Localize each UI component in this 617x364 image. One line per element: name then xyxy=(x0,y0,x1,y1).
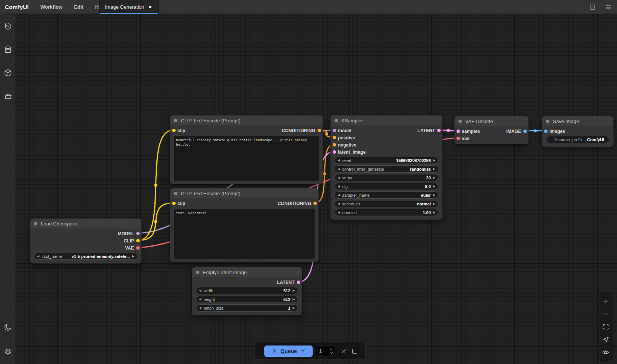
decrement-arrow-icon[interactable]: ◀ xyxy=(37,255,39,258)
widget-denoise[interactable]: ◀denoise1.00▶ xyxy=(335,209,438,216)
input-port-positive[interactable] xyxy=(333,136,336,139)
bottom-panel-toggle-icon[interactable] xyxy=(589,4,596,11)
node-clip-text-encode-2[interactable]: CLIP Text Encode (Prompt)clipCONDITIONIN… xyxy=(170,188,319,262)
widget-filename_prefix[interactable]: filename_prefixComfyUI xyxy=(546,136,609,143)
toggle-link-visibility-icon[interactable] xyxy=(600,347,611,358)
menu-workflow[interactable]: Workflow xyxy=(40,4,62,10)
increment-arrow-icon[interactable]: ▶ xyxy=(293,289,295,292)
widget-scheduler[interactable]: ◀schedulernormal▶ xyxy=(335,200,438,207)
app-logo[interactable]: ComfyUI xyxy=(5,4,29,10)
collapse-dot[interactable] xyxy=(174,192,177,195)
input-port-model[interactable] xyxy=(333,129,336,132)
output-port-LATENT[interactable] xyxy=(297,281,300,284)
input-port-vae[interactable] xyxy=(457,137,460,140)
node-header[interactable]: VAE Decode xyxy=(455,116,528,126)
drag-handle[interactable]: ⋮ xyxy=(258,348,263,355)
collapse-dot[interactable] xyxy=(174,119,177,122)
increment-arrow-icon[interactable]: ▶ xyxy=(433,194,435,197)
increment-arrow-icon[interactable]: ▶ xyxy=(433,185,435,188)
increment-arrow-icon[interactable]: ▶ xyxy=(293,298,295,301)
prompt-textarea[interactable]: text, watermark xyxy=(174,209,315,259)
batch-count-stepper[interactable]: 1 xyxy=(314,345,335,357)
increment-arrow-icon[interactable]: ▶ xyxy=(433,159,435,162)
decrement-arrow-icon[interactable]: ◀ xyxy=(338,185,340,188)
node-header[interactable]: CLIP Text Encode (Prompt) xyxy=(170,188,318,198)
zoom-out-icon[interactable] xyxy=(600,308,611,319)
widget-ckpt_name[interactable]: ◀ckpt_namev1-5-pruned-emaonly.safete...▶ xyxy=(34,253,137,260)
output-port-MODEL[interactable] xyxy=(136,232,140,235)
increment-arrow-icon[interactable]: ▶ xyxy=(293,307,295,310)
increment-arrow-icon[interactable]: ▶ xyxy=(132,255,134,258)
decrement-arrow-icon[interactable]: ◀ xyxy=(199,298,201,301)
widget-value: 20 xyxy=(426,176,431,180)
settings-gear-icon[interactable]: ⚙ xyxy=(0,344,16,359)
decrement-arrow-icon[interactable]: ◀ xyxy=(338,176,340,179)
stepper-arrows[interactable] xyxy=(330,349,333,354)
fit-view-icon[interactable] xyxy=(600,321,611,332)
widget-seed[interactable]: ◀seed156680208700286▶ xyxy=(335,157,438,164)
workflows-folder-icon[interactable] xyxy=(0,89,16,104)
input-port-clip[interactable] xyxy=(172,129,176,132)
decrement-arrow-icon[interactable]: ◀ xyxy=(199,307,201,310)
stop-button[interactable] xyxy=(352,349,357,354)
node-clip-text-encode-1[interactable]: CLIP Text Encode (Prompt)clipCONDITIONIN… xyxy=(170,115,323,184)
output-port-CLIP[interactable] xyxy=(136,239,140,242)
output-port-VAE[interactable] xyxy=(136,246,140,250)
widget-sampler_name[interactable]: ◀sampler_nameeuler▶ xyxy=(335,191,438,199)
output-port-LATENT[interactable] xyxy=(437,129,441,132)
collapse-dot[interactable] xyxy=(546,120,549,123)
select-mode-icon[interactable] xyxy=(600,334,611,345)
input-port-latent_image[interactable] xyxy=(333,150,336,154)
output-port-CONDITIONING[interactable] xyxy=(318,129,321,132)
decrement-arrow-icon[interactable]: ◀ xyxy=(338,159,340,162)
queue-button[interactable]: Queue xyxy=(264,345,313,357)
node-header[interactable]: Empty Latent Image xyxy=(192,267,302,277)
widget-batch_size[interactable]: ◀batch_size1▶ xyxy=(196,304,298,312)
prompt-textarea[interactable]: beautiful scenery nature glass bottle la… xyxy=(174,136,319,181)
increment-arrow-icon[interactable]: ▶ xyxy=(433,168,435,171)
decrement-arrow-icon[interactable]: ◀ xyxy=(199,289,201,292)
node-header[interactable]: Load Checkpoint xyxy=(30,219,141,228)
increment-arrow-icon[interactable]: ▶ xyxy=(433,176,435,179)
menu-icon[interactable] xyxy=(605,4,612,11)
node-vae-decode[interactable]: VAE DecodesamplesIMAGEvae xyxy=(454,116,529,144)
node-save-image[interactable]: Save Imageimagesfilename_prefixComfyUI xyxy=(542,116,614,147)
input-port-images[interactable] xyxy=(544,130,548,133)
decrement-arrow-icon[interactable]: ◀ xyxy=(338,194,340,197)
widget-steps[interactable]: ◀steps20▶ xyxy=(335,174,438,181)
widget-control_after_generate[interactable]: ◀control_after_generaterandomize▶ xyxy=(335,165,438,173)
input-port-samples[interactable] xyxy=(457,130,460,133)
node-library-icon[interactable] xyxy=(0,42,16,57)
input-port-clip[interactable] xyxy=(172,202,176,205)
graph-canvas[interactable]: Load CheckpointMODELCLIPVAE◀ckpt_namev1-… xyxy=(16,14,617,364)
menu-edit[interactable]: Edit xyxy=(74,4,83,10)
tab-image-generation[interactable]: Image Generation xyxy=(99,0,159,14)
node-ksampler[interactable]: KSamplermodelLATENTpositivenegativelaten… xyxy=(330,115,443,220)
widget-height[interactable]: ◀height512▶ xyxy=(196,296,298,303)
collapse-dot[interactable] xyxy=(335,119,338,122)
widget-cfg[interactable]: ◀cfg8.0▶ xyxy=(335,183,438,190)
collapse-dot[interactable] xyxy=(34,222,37,225)
clear-queue-button[interactable] xyxy=(341,348,347,355)
decrement-arrow-icon[interactable]: ◀ xyxy=(338,202,340,205)
input-port-negative[interactable] xyxy=(333,143,336,147)
collapse-dot[interactable] xyxy=(196,271,199,274)
node-header[interactable]: KSampler xyxy=(331,116,442,125)
output-port-CONDITIONING[interactable] xyxy=(313,202,317,205)
node-header[interactable]: Save Image xyxy=(542,116,613,126)
history-icon[interactable] xyxy=(0,19,16,34)
zoom-in-icon[interactable] xyxy=(600,296,611,306)
widget-width[interactable]: ◀width512▶ xyxy=(196,287,298,294)
collapse-dot[interactable] xyxy=(458,120,462,123)
node-empty-latent-image[interactable]: Empty Latent ImageLATENT◀width512▶◀heigh… xyxy=(192,267,302,315)
decrement-arrow-icon[interactable]: ◀ xyxy=(338,211,340,214)
theme-moon-icon[interactable] xyxy=(0,320,16,335)
node-load-checkpoint[interactable]: Load CheckpointMODELCLIPVAE◀ckpt_namev1-… xyxy=(30,218,142,264)
model-library-icon[interactable] xyxy=(0,65,16,80)
node-header[interactable]: CLIP Text Encode (Prompt) xyxy=(170,116,322,125)
increment-arrow-icon[interactable]: ▶ xyxy=(433,211,435,214)
decrement-arrow-icon[interactable]: ◀ xyxy=(338,168,340,171)
increment-arrow-icon[interactable]: ▶ xyxy=(433,202,435,205)
output-port-IMAGE[interactable] xyxy=(523,130,527,133)
chevron-down-icon[interactable] xyxy=(300,348,305,355)
